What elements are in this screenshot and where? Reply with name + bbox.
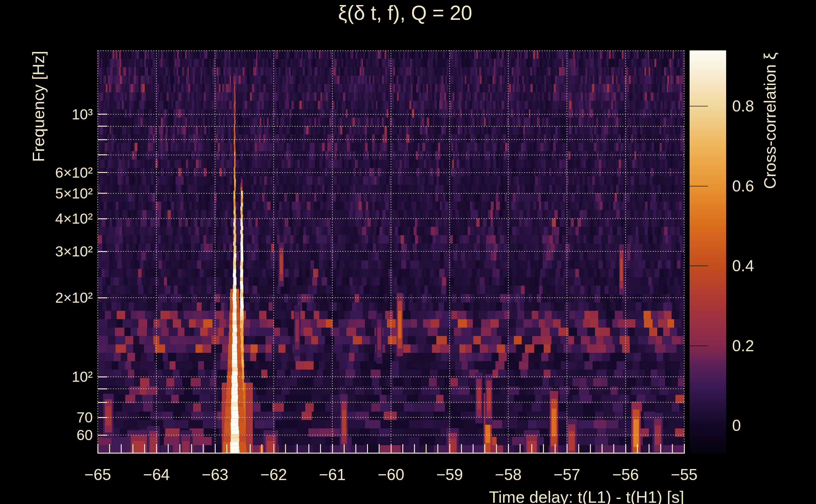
x-tick-mark (660, 444, 661, 454)
x-tick-label: −61 (319, 466, 346, 484)
colorbar (690, 50, 726, 454)
chart-title: ξ(δ t, f), Q = 20 (338, 1, 472, 25)
x-tick-label: −62 (261, 466, 287, 484)
x-tick-mark (484, 444, 485, 454)
x-tick-mark (426, 444, 427, 454)
colorbar-tick-mark (690, 186, 708, 186)
x-tick-label: −60 (378, 466, 405, 484)
y-tick-label: 3×10² (0, 243, 93, 260)
colorbar-tick-mark (690, 266, 708, 266)
y-tick-label: 4×10² (0, 210, 93, 227)
x-tick-label: −56 (612, 466, 639, 484)
y-tick-mark (98, 297, 107, 298)
colorbar-tick-mark (690, 106, 708, 106)
y-tick-label: 60 (0, 427, 93, 444)
x-tick-mark (168, 444, 169, 454)
x-tick-mark (379, 444, 380, 454)
x-tick-mark (496, 444, 497, 454)
y-tick-mark (98, 435, 107, 436)
gridline-y (98, 218, 684, 219)
x-tick-mark (437, 444, 438, 454)
x-tick-mark (637, 444, 638, 454)
plot-area (98, 50, 684, 454)
x-tick-mark (132, 444, 133, 454)
x-tick-mark (344, 444, 345, 454)
colorbar-tick-mark (690, 346, 708, 346)
y-tick-label: 70 (0, 409, 93, 426)
y-tick-mark (98, 139, 107, 140)
y-tick-mark (98, 251, 107, 252)
x-tick-mark (449, 444, 450, 454)
colorbar-tick-label: 0.4 (732, 257, 754, 275)
colorbar-tick-label: 0.2 (732, 337, 754, 355)
x-tick-mark (203, 444, 204, 454)
gridline-x (332, 50, 333, 454)
gridline-y (98, 126, 684, 127)
x-tick-mark (578, 444, 579, 454)
x-tick-mark (238, 444, 239, 454)
x-axis-title: Time delay: t(L1) - t(H1) [s] (489, 488, 684, 504)
x-tick-mark (273, 444, 274, 454)
x-tick-mark (109, 444, 110, 454)
x-tick-mark (684, 444, 685, 454)
colorbar-tick-mark (690, 425, 708, 426)
gridline-x (684, 50, 685, 454)
gridline-y (98, 417, 684, 418)
x-tick-mark (285, 444, 286, 454)
x-tick-mark (601, 444, 602, 454)
y-tick-mark (98, 154, 107, 155)
gridline-y (98, 139, 684, 140)
colorbar-title: Cross-correlation ξ (761, 52, 779, 189)
x-tick-label: −63 (202, 466, 229, 484)
y-tick-label: 2×10² (0, 289, 93, 306)
colorbar-tick-label: 0.8 (732, 97, 754, 115)
x-tick-mark (461, 444, 462, 454)
x-tick-mark (156, 444, 157, 454)
x-tick-mark (590, 444, 591, 454)
gridline-y (98, 435, 684, 435)
x-tick-mark (672, 444, 673, 454)
gridline-y (98, 376, 684, 377)
gridline-x (508, 50, 508, 454)
x-tick-label: −57 (554, 466, 580, 484)
gridline-y (98, 388, 684, 389)
x-tick-mark (250, 444, 251, 454)
x-tick-mark (625, 444, 626, 454)
x-tick-mark (473, 444, 474, 454)
x-tick-mark (97, 444, 98, 454)
y-tick-mark (98, 172, 107, 173)
x-tick-label: −64 (143, 466, 170, 484)
x-tick-mark (121, 444, 122, 454)
x-tick-mark (649, 444, 650, 454)
gridline-x (449, 50, 450, 454)
y-tick-label: 10³ (0, 106, 93, 123)
y-tick-mark (98, 417, 107, 418)
plot-top-border (98, 50, 684, 51)
y-tick-mark (98, 218, 107, 219)
x-tick-label: −58 (495, 466, 522, 484)
x-tick-label: −55 (671, 466, 698, 484)
gridline-x (156, 50, 157, 454)
x-tick-mark (179, 444, 180, 454)
x-tick-mark (308, 444, 309, 454)
x-tick-label: −59 (436, 466, 463, 484)
x-tick-mark (613, 444, 614, 454)
x-tick-mark (191, 444, 192, 454)
gridline-y (98, 251, 684, 252)
x-tick-mark (566, 444, 567, 454)
y-tick-mark (98, 388, 107, 389)
x-tick-mark (320, 444, 321, 454)
y-tick-mark (98, 402, 107, 403)
x-tick-mark (262, 444, 262, 454)
x-tick-mark (332, 444, 333, 454)
y-tick-label: 10² (0, 368, 93, 385)
gridline-x (625, 50, 626, 454)
x-tick-mark (367, 444, 368, 454)
y-tick-mark (98, 376, 107, 377)
x-tick-mark (391, 444, 392, 454)
x-tick-mark (520, 444, 520, 454)
colorbar-tick-label: 0 (732, 416, 741, 435)
x-tick-mark (554, 444, 555, 454)
gridline-x (273, 50, 274, 454)
y-tick-label: 5×10² (0, 185, 93, 202)
